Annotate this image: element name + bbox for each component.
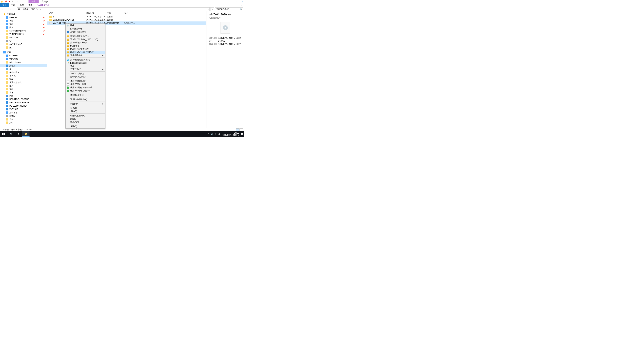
nav-recycle[interactable]: 回收站 (0, 114, 46, 118)
tab-home[interactable]: 主页 (9, 3, 18, 7)
qat-dropdown-icon[interactable]: ▾ (16, 0, 18, 3)
nav-downloads[interactable]: 下载📌 (0, 19, 46, 22)
nav-music[interactable]: 音乐 (0, 91, 46, 94)
nav-forward-button[interactable]: → (5, 7, 8, 11)
volume-icon[interactable]: 🔊 (211, 133, 213, 135)
ime-indicator[interactable]: 中 (215, 133, 217, 135)
ctx-qq-send[interactable]: 通过QQ发送到 (66, 93, 105, 97)
nav-software[interactable]: 软件 (0, 118, 46, 121)
nav-wps[interactable]: WPS网盘 (0, 57, 46, 61)
nav-recent-button[interactable]: ▾ (9, 7, 12, 11)
start-button[interactable] (0, 131, 8, 137)
ctx-extract-folder[interactable]: 解压到 Win7x64_2020\ (E) (66, 51, 105, 54)
nav-thispc[interactable]: 此电脑 (0, 64, 46, 67)
breadcrumb-seg[interactable]: 文档 (E:) (31, 8, 40, 10)
maximize-button[interactable]: ☐ (226, 0, 233, 3)
nav-up-button[interactable]: ↑ (13, 7, 16, 11)
ctx-restore[interactable]: 还原以前的版本(V) (66, 98, 105, 101)
search-button[interactable]: 🔍 (8, 131, 15, 137)
file-row[interactable]: BaiduNetdiskDownload 2020/12/25, 星期五 1..… (46, 18, 206, 21)
qat-delete-icon[interactable]: ✕ (8, 0, 11, 3)
nav-libraries[interactable]: 库 (0, 67, 46, 71)
col-date[interactable]: 修改日期 (86, 12, 107, 14)
ctx-notepad[interactable]: 📝Edit with Notepad++ (66, 61, 105, 64)
ctx-360-trojan[interactable]: 使用 360进行木马云查杀 (66, 86, 105, 89)
nav-desktop-root[interactable]: 桌面 (0, 51, 46, 54)
qat-pin-icon[interactable]: 📌 (4, 0, 8, 3)
tab-disc-tools[interactable]: 光盘映像工具 (35, 3, 52, 7)
task-view-button[interactable]: ⊞ (15, 131, 22, 137)
ctx-copy[interactable]: 复制(C) (66, 110, 105, 113)
taskbar-clock[interactable]: 16:32 2020/12/25, 星期五 (222, 132, 239, 136)
ctx-mount[interactable]: 💿装载 (66, 24, 105, 27)
chevron-right-icon[interactable]: › (29, 8, 31, 10)
chevron-right-icon[interactable]: › (40, 8, 42, 10)
minimize-button[interactable]: — (218, 0, 226, 3)
network-icon[interactable]: 🖧 (218, 133, 220, 135)
action-center-icon[interactable]: 💬 (241, 133, 243, 135)
nav-docs2[interactable]: 文档 (0, 87, 46, 91)
ctx-youdao[interactable]: 上传到有道云笔记 (66, 30, 105, 33)
nav-files[interactable]: 文件 (0, 121, 46, 124)
col-type[interactable]: 类型 (107, 12, 124, 14)
ctx-delete[interactable]: 删除(D) (66, 117, 105, 120)
ctx-baidu[interactable]: ☁上传到百度网盘 (66, 72, 105, 75)
help-button[interactable]: ? (240, 0, 244, 3)
tab-file[interactable]: 文件 (0, 3, 9, 7)
nav-quick-access[interactable]: 快速访问 (0, 12, 46, 16)
nav-control[interactable]: 控制面板 (0, 111, 46, 114)
nav-excel[interactable]: excel表格制作求和📌 (0, 29, 46, 32)
col-size[interactable]: 大小 (124, 12, 138, 14)
nav-pc4[interactable]: ZMT2019 (0, 108, 46, 111)
ctx-other-compress[interactable]: 其他压缩命令▶ (66, 54, 105, 57)
expand-ribbon-icon[interactable]: ⌄ (239, 3, 244, 7)
icons-view-button[interactable] (240, 128, 243, 131)
breadcrumb-root[interactable]: 此电脑 (22, 8, 29, 10)
ctx-shortcut[interactable]: 创建快捷方式(S) (66, 114, 105, 117)
nav-yunqishi[interactable]: YUNQISHI2019📌 (0, 32, 46, 36)
ctx-cut[interactable]: 剪切(T) (66, 107, 105, 110)
ctx-browser[interactable]: 🌐用 蜂蜜浏览器 浏览(3) (66, 58, 105, 61)
nav-admin[interactable]: Administrator (0, 61, 46, 64)
ctx-burn[interactable]: 刻录光盘映像 (66, 27, 105, 30)
refresh-button[interactable]: ↻ (210, 7, 214, 11)
nav-pictures[interactable]: 图片📌 (0, 26, 46, 29)
nav-desktop[interactable]: Desktop📌 (0, 16, 46, 19)
ctx-share[interactable]: 共享 (66, 64, 105, 68)
nav-network[interactable]: 网络 (0, 94, 46, 97)
nav-onedrive[interactable]: OneDrive (0, 54, 46, 57)
ctx-extract-to[interactable]: 解压到(F)... (66, 44, 105, 47)
ctx-openwith[interactable]: 打开方式(H)▶ (66, 68, 105, 71)
ctx-add-zip[interactable]: 添加到 "Win7x64_2020.zip" (T) (66, 38, 105, 41)
details-view-button[interactable] (236, 128, 239, 131)
nav-pics3[interactable]: 图片 (0, 84, 46, 87)
nav-pc1[interactable]: DESKTOP-LSSOEDP (0, 97, 46, 101)
ctx-open-360zip[interactable]: 用360压缩打开(Q) (66, 41, 105, 44)
nav-pictures2[interactable]: 图片 (0, 46, 46, 49)
nav-documents[interactable]: 文档📌 (0, 22, 46, 26)
nav-savedpics[interactable]: 保存的图片 (0, 71, 46, 74)
chevron-right-icon[interactable]: › (20, 8, 22, 10)
col-name[interactable]: 名称 (49, 12, 86, 14)
nav-videos[interactable]: 视频 (0, 77, 46, 81)
ctx-360-manager[interactable]: 使用 360管理右键菜单 (66, 89, 105, 92)
tab-share[interactable]: 共享 (18, 3, 26, 7)
ctx-360-unlock[interactable]: 使用 360解除占用 (66, 80, 105, 83)
ctx-extract-here[interactable]: 解压到当前文件夹(X) (66, 47, 105, 51)
address-dropdown-icon[interactable]: ⌄ (208, 8, 209, 10)
ctx-sendto[interactable]: 发送到(N)▶ (66, 102, 105, 105)
file-row[interactable]: 1 2020/12/15, 星期二 1... 文件夹 (46, 15, 206, 18)
nav-bandicam[interactable]: Bandicam (0, 36, 46, 39)
ctx-rename[interactable]: 重命名(M) (66, 120, 105, 124)
nav-localpics[interactable]: 本机照片 (0, 74, 46, 77)
nav-pc2[interactable]: DESKTOP-NJEU3CG (0, 101, 46, 104)
ctx-add-archive[interactable]: 添加到压缩文件(A)... (66, 35, 105, 38)
nav-tianyi[interactable]: 天翼云盘下载 (0, 81, 46, 84)
qat-undo-icon[interactable]: ↶ (12, 0, 15, 3)
nav-gdrive[interactable]: G:\ (0, 39, 46, 42)
address-bar[interactable]: 🖥 › 此电脑 › 文档 (E:) › ⌄ (17, 7, 210, 11)
nav-back-button[interactable]: ← (1, 7, 4, 11)
search-input[interactable]: 搜索"文档 (E:)" 🔍 (215, 7, 243, 11)
ctx-360-forcedel[interactable]: 使用 360强力删除 (66, 83, 105, 86)
explorer-taskbar-button[interactable]: 📁 (22, 131, 30, 137)
